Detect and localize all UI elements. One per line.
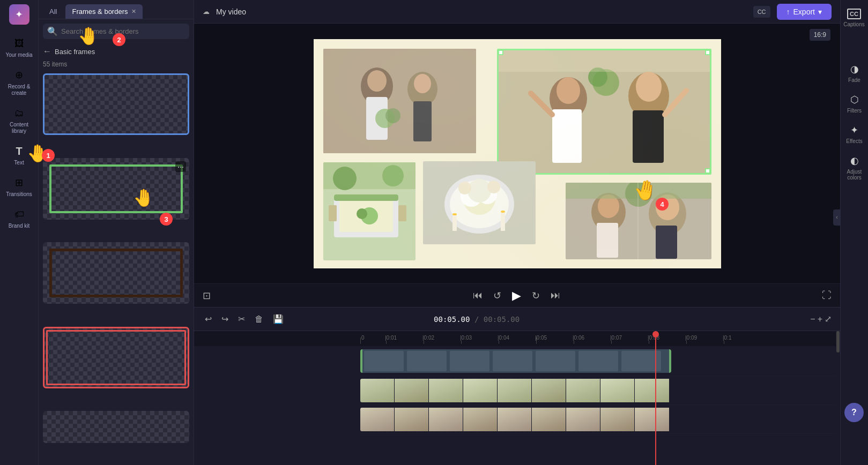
delete-button[interactable]: 🗑	[253, 312, 265, 326]
track-row-main	[360, 346, 840, 376]
save-button[interactable]: 💾	[271, 312, 286, 326]
svg-rect-51	[656, 226, 677, 259]
list-item[interactable]: ··· Add to timeline	[43, 158, 189, 220]
scrollbar-thumb[interactable]	[836, 331, 840, 352]
search-icon: 🔍	[47, 26, 58, 36]
sidebar-item-transitions[interactable]: ⊞ Transitions	[3, 171, 35, 202]
help-button[interactable]: ?	[844, 403, 864, 422]
filmstrip-track-1[interactable]	[360, 379, 671, 402]
search-box[interactable]: 🔍	[43, 24, 189, 39]
svg-rect-6	[413, 101, 432, 141]
svg-rect-25	[398, 205, 406, 221]
svg-point-8	[385, 108, 400, 123]
project-title[interactable]: My video	[216, 8, 246, 16]
sidebar-item-your-media[interactable]: 🖼 Your media	[3, 32, 35, 63]
svg-point-40	[487, 181, 500, 193]
your-media-icon: 🖼	[12, 36, 26, 50]
captions-button[interactable]: CC	[753, 6, 770, 18]
filters-tool[interactable]: ⬡ Filters	[843, 89, 866, 118]
video-canvas[interactable]	[314, 39, 721, 268]
timeline-time: 00:05.00 / 00:05.00	[434, 315, 520, 324]
frame-more-button[interactable]: ···	[175, 161, 186, 172]
ruler-mark: |0:1	[724, 331, 761, 344]
cloud-save-icon: ☁	[203, 8, 210, 16]
ruler-mark: |0:08	[649, 331, 686, 344]
rewind-button[interactable]: ↺	[493, 290, 501, 302]
film-frame	[395, 379, 429, 402]
timeline-scrollbar[interactable]	[836, 331, 840, 465]
text-icon: T	[12, 144, 26, 158]
collage-photo-5	[566, 183, 711, 259]
top-bar: ☁ My video CC ↑ Export ▾	[194, 0, 840, 24]
preview-controls: ⊡ ⏮ ↺ ▶ ↻ ⏭ ⛶	[194, 283, 840, 307]
sidebar-item-label-your-media: Your media	[5, 52, 32, 58]
effects-label: Effects	[846, 138, 862, 144]
film-frame	[463, 379, 498, 402]
search-input[interactable]	[61, 27, 185, 35]
tab-frames-borders[interactable]: Frames & borders ✕	[65, 4, 142, 19]
main-video-track[interactable]	[360, 349, 671, 373]
track-segment	[621, 351, 661, 371]
app-logo: ✦	[9, 4, 29, 25]
skip-to-start-button[interactable]: ⏮	[473, 290, 483, 301]
export-dropdown-icon: ▾	[818, 8, 822, 16]
list-item[interactable]	[43, 73, 189, 135]
sidebar-item-record[interactable]: ⊕ Record &create	[3, 64, 35, 101]
skip-to-end-button[interactable]: ⏭	[551, 290, 560, 301]
zoom-out-button[interactable]: −	[810, 314, 815, 324]
svg-point-38	[468, 179, 491, 202]
collapse-panel-button[interactable]: ‹	[833, 209, 841, 226]
play-button[interactable]: ▶	[512, 289, 521, 303]
effects-tool[interactable]: ✦ Effects	[843, 120, 866, 148]
film-frame	[360, 379, 395, 402]
film-frame	[498, 379, 532, 402]
ruler-mark: |0:03	[461, 331, 499, 344]
undo-button[interactable]: ↩	[203, 312, 214, 326]
timeline-controls: ↩ ↪ ✂ 🗑 💾 00:05.00 / 00:05.00 − + ⤢	[194, 308, 840, 331]
zoom-in-button[interactable]: +	[818, 314, 822, 324]
collage-photo-2	[497, 49, 711, 175]
back-button[interactable]: ←	[43, 47, 51, 56]
preview-area: 16:9	[194, 24, 840, 283]
redo-button[interactable]: ↪	[219, 312, 231, 326]
svg-point-5	[414, 74, 431, 93]
frames-grid: ··· Add to timeline	[39, 71, 194, 465]
expand-timeline-button[interactable]: ⤢	[825, 314, 832, 324]
sidebar-item-label-brand-kit: Brand kit	[9, 223, 29, 229]
captions-tool[interactable]: CC Captions	[842, 4, 866, 32]
adjust-colors-tool[interactable]: ◐ Adjust colors	[843, 151, 866, 185]
svg-rect-0	[323, 49, 476, 153]
fullscreen-button[interactable]: ⛶	[822, 290, 840, 301]
svg-rect-15	[633, 110, 664, 163]
tab-close-button[interactable]: ✕	[131, 8, 136, 15]
film-frame	[600, 379, 635, 402]
svg-rect-20	[499, 50, 711, 72]
collage-photo-3	[323, 162, 416, 260]
fade-tool[interactable]: ◑ Fade	[843, 59, 866, 87]
total-time: /	[474, 315, 484, 324]
export-button[interactable]: ↑ Export ▾	[777, 4, 832, 20]
list-item[interactable]	[43, 327, 189, 388]
fast-forward-button[interactable]: ↻	[532, 290, 540, 302]
pip-preview-button[interactable]: ⊡	[194, 290, 211, 302]
svg-point-44	[501, 211, 505, 213]
svg-point-2	[367, 70, 387, 92]
timeline-area: ↩ ↪ ✂ 🗑 💾 00:05.00 / 00:05.00 − + ⤢	[194, 307, 840, 465]
cut-button[interactable]: ✂	[236, 312, 247, 326]
export-icon: ↑	[787, 8, 790, 16]
tab-all[interactable]: All	[43, 4, 63, 19]
sidebar-item-label-content: Content library	[5, 122, 33, 134]
track-segment	[450, 351, 489, 371]
step-badge-4: 4	[656, 198, 669, 211]
collage-photo-4	[423, 161, 536, 244]
brand-kit-icon: 🏷	[12, 207, 26, 221]
svg-point-43	[452, 213, 457, 215]
sidebar-item-text[interactable]: T Text	[3, 140, 35, 170]
sidebar-item-brand-kit[interactable]: 🏷 Brand kit	[3, 203, 35, 234]
list-item[interactable]	[43, 411, 189, 443]
sidebar-item-content-library[interactable]: 🗂 Content library	[3, 102, 35, 139]
filmstrip-track-2[interactable]	[360, 408, 671, 431]
list-item[interactable]	[43, 242, 189, 304]
sidebar-item-label-text: Text	[14, 160, 24, 166]
aspect-ratio-badge: 16:9	[810, 29, 830, 41]
